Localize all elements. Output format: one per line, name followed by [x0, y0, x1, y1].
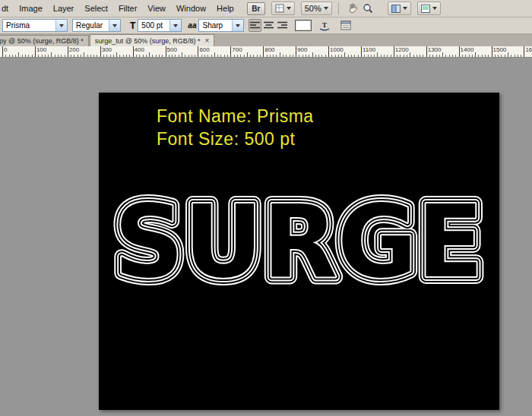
document-tab-bar: py @ 50% (surge, RGB/8) * surge_tut @ 50… [0, 34, 532, 46]
hand-tool-icon[interactable] [345, 2, 360, 15]
tab-surge-tut[interactable]: surge_tut @ 50% (surge, RGB/8) * × [90, 34, 215, 46]
chevron-down-icon[interactable] [169, 20, 181, 31]
menu-item-image[interactable]: Image [14, 1, 48, 16]
anti-alias-icon: aa [188, 21, 196, 30]
view-extras-dropdown[interactable] [271, 2, 295, 15]
font-size-value: 500 pt [138, 20, 169, 31]
zoom-tool-icon[interactable] [360, 2, 375, 15]
zoom-level-value: 50% [305, 4, 321, 13]
svg-text:SURGE: SURGE [114, 183, 483, 295]
menu-item-window[interactable]: Window [171, 1, 211, 16]
menu-item-select[interactable]: Select [79, 1, 113, 16]
warp-text-button[interactable]: T [317, 19, 332, 33]
chevron-down-icon [287, 7, 291, 10]
align-center-button[interactable] [262, 19, 275, 32]
tab-label: py @ 50% (surge, RGB/8) * [0, 37, 84, 45]
font-family-select[interactable]: Prisma [2, 19, 68, 32]
info-line-font-name: Font Name: Prisma [157, 105, 314, 128]
screen-mode-dropdown[interactable] [417, 2, 441, 15]
font-family-value: Prisma [3, 20, 55, 31]
font-size-icon: T [130, 20, 135, 31]
font-size-select[interactable]: 500 pt [138, 19, 182, 32]
zoom-level-dropdown[interactable]: 50% [301, 2, 332, 15]
align-right-button[interactable] [276, 19, 289, 32]
svg-text:T: T [322, 21, 327, 29]
chevron-down-icon [432, 7, 437, 10]
align-left-button[interactable] [249, 19, 261, 32]
info-text: Font Name: Prisma Font Size: 500 pt [157, 105, 314, 150]
info-line-font-size: Font Size: 500 pt [157, 128, 314, 150]
menu-bar: dt Image Layer Select Filter View Window… [0, 0, 532, 17]
menu-item-help[interactable]: Help [211, 1, 239, 16]
font-style-value: Regular [73, 20, 109, 31]
toggle-character-panel-button[interactable] [338, 19, 353, 33]
type-options-bar: Prisma Regular T 500 pt aa Sharp T [0, 17, 532, 34]
document-canvas[interactable]: Font Name: Prisma Font Size: 500 pt SURG… [99, 93, 499, 410]
menu-item-edit[interactable]: dt [0, 1, 14, 16]
divider [338, 2, 339, 14]
arrange-documents-dropdown[interactable] [388, 2, 411, 15]
horizontal-ruler[interactable]: 0100200300400500600700800900100011001200… [0, 46, 532, 58]
extras-icon [275, 4, 284, 13]
menu-item-view[interactable]: View [142, 1, 171, 16]
chevron-down-icon[interactable] [232, 20, 243, 31]
font-style-select[interactable]: Regular [72, 19, 121, 32]
bridge-button[interactable]: Br [247, 2, 265, 15]
tab-document-copy[interactable]: py @ 50% (surge, RGB/8) * [0, 35, 89, 46]
menu-item-filter[interactable]: Filter [113, 1, 142, 16]
anti-alias-select[interactable]: Sharp [198, 19, 244, 32]
chevron-down-icon [403, 7, 407, 10]
tab-label: surge_tut @ 50% (surge, RGB/8) * [95, 37, 201, 45]
tab-close-icon[interactable]: × [204, 36, 209, 45]
chevron-down-icon [324, 7, 328, 10]
surge-headline: SURGE SURGE SURGE SURGE SURGE SURGE [103, 179, 494, 295]
text-color-swatch[interactable] [295, 20, 312, 31]
canvas-workspace[interactable]: Font Name: Prisma Font Size: 500 pt SURG… [0, 58, 532, 416]
arrange-documents-icon [391, 5, 401, 13]
menu-item-layer[interactable]: Layer [48, 1, 80, 16]
chevron-down-icon[interactable] [55, 20, 67, 31]
screen-mode-icon [421, 5, 430, 13]
chevron-down-icon[interactable] [109, 20, 120, 31]
anti-alias-value: Sharp [199, 20, 232, 31]
